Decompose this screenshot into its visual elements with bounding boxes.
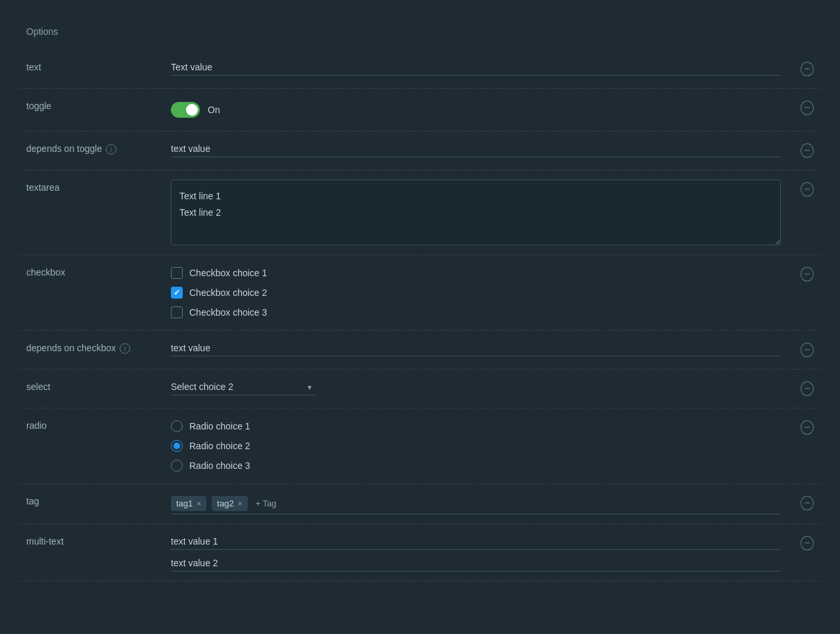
depends-toggle-input[interactable]: [171, 141, 781, 157]
remove-textarea-button[interactable]: −: [801, 182, 814, 197]
radio-item-3: Radio choice 3: [171, 460, 250, 472]
select-wrapper: Select choice 1 Select choice 2 Select c…: [171, 379, 315, 395]
radio-3[interactable]: [171, 460, 183, 472]
text-input[interactable]: [171, 59, 781, 76]
remove-depends-toggle-button[interactable]: −: [801, 143, 814, 158]
checkbox-group: Checkbox choice 1 Checkbox choice 2 Chec…: [171, 264, 267, 321]
row-action-depends-toggle: −: [794, 132, 820, 170]
tag-item-1: tag1 ×: [171, 496, 206, 511]
add-tag-button[interactable]: + Tag: [253, 497, 279, 510]
row-value-radio: Radio choice 1 Radio choice 2 Radio choi…: [164, 408, 794, 484]
remove-select-button[interactable]: −: [801, 381, 814, 396]
row-action-checkbox: −: [794, 255, 820, 331]
toggle-switch[interactable]: [171, 102, 200, 118]
toggle-label: On: [208, 105, 220, 115]
remove-tag-button[interactable]: −: [801, 496, 814, 510]
options-container: Options text − toggle On −: [0, 13, 840, 588]
row-value-textarea: Text line 1 Text line 2: [164, 170, 794, 255]
row-value-tag: tag1 × tag2 × + Tag: [164, 484, 794, 524]
row-value-checkbox: Checkbox choice 1 Checkbox choice 2 Chec…: [164, 255, 794, 331]
remove-text-button[interactable]: −: [801, 62, 814, 76]
row-label-tag: tag: [20, 484, 164, 524]
row-action-text: −: [794, 50, 820, 89]
checkbox-item-3: Checkbox choice 3: [171, 306, 267, 318]
multitext-input-1[interactable]: [171, 533, 781, 550]
row-action-toggle: −: [794, 89, 820, 132]
checkbox-3[interactable]: [171, 306, 183, 318]
row-label-depends-toggle: depends on toggle i: [20, 132, 164, 170]
options-grid: text − toggle On − depends on toggle i: [20, 50, 820, 581]
row-action-select: −: [794, 370, 820, 408]
row-value-select: Select choice 1 Select choice 2 Select c…: [164, 370, 794, 408]
row-label-checkbox: checkbox: [20, 255, 164, 331]
info-icon-depends-toggle[interactable]: i: [106, 144, 116, 155]
row-action-textarea: −: [794, 170, 820, 255]
radio-item-2: Radio choice 2: [171, 440, 250, 452]
multi-text-group: [171, 533, 781, 572]
checkbox-item-1: Checkbox choice 1: [171, 267, 267, 279]
toggle-knob: [186, 104, 198, 116]
select-input[interactable]: Select choice 1 Select choice 2 Select c…: [171, 379, 315, 395]
radio-item-1: Radio choice 1: [171, 420, 250, 432]
depends-checkbox-input[interactable]: [171, 340, 781, 356]
tag-remove-2[interactable]: ×: [238, 499, 243, 508]
remove-radio-button[interactable]: −: [801, 420, 814, 435]
radio-1[interactable]: [171, 420, 183, 432]
row-label-depends-checkbox: depends on checkbox i: [20, 331, 164, 370]
row-action-depends-checkbox: −: [794, 331, 820, 370]
row-action-tag: −: [794, 484, 820, 524]
info-icon-depends-checkbox[interactable]: i: [120, 343, 130, 354]
row-value-depends-checkbox: [164, 331, 794, 370]
row-action-radio: −: [794, 408, 820, 484]
row-value-toggle: On: [164, 89, 794, 132]
row-label-select: select: [20, 370, 164, 408]
row-label-text: text: [20, 50, 164, 89]
row-value-multitext: [164, 524, 794, 581]
radio-2[interactable]: [171, 440, 183, 452]
textarea-input[interactable]: Text line 1 Text line 2: [171, 180, 781, 245]
radio-group: Radio choice 1 Radio choice 2 Radio choi…: [171, 418, 250, 474]
row-label-toggle: toggle: [20, 89, 164, 132]
row-label-multitext: multi-text: [20, 524, 164, 581]
tag-item-2: tag2 ×: [212, 496, 247, 511]
checkbox-1[interactable]: [171, 267, 183, 279]
multitext-input-2[interactable]: [171, 555, 781, 572]
checkbox-item-2: Checkbox choice 2: [171, 287, 267, 299]
row-value-depends-toggle: [164, 132, 794, 170]
row-label-radio: radio: [20, 408, 164, 484]
tag-remove-1[interactable]: ×: [197, 499, 201, 508]
remove-multitext-button[interactable]: −: [801, 536, 814, 550]
row-action-multitext: −: [794, 524, 820, 581]
tags-row: tag1 × tag2 × + Tag: [171, 493, 781, 514]
row-value-text: [164, 50, 794, 89]
section-title: Options: [20, 20, 820, 50]
remove-checkbox-button[interactable]: −: [801, 267, 814, 281]
remove-toggle-button[interactable]: −: [801, 101, 814, 115]
checkbox-2[interactable]: [171, 287, 183, 299]
row-label-textarea: textarea: [20, 170, 164, 255]
remove-depends-checkbox-button[interactable]: −: [801, 343, 814, 357]
